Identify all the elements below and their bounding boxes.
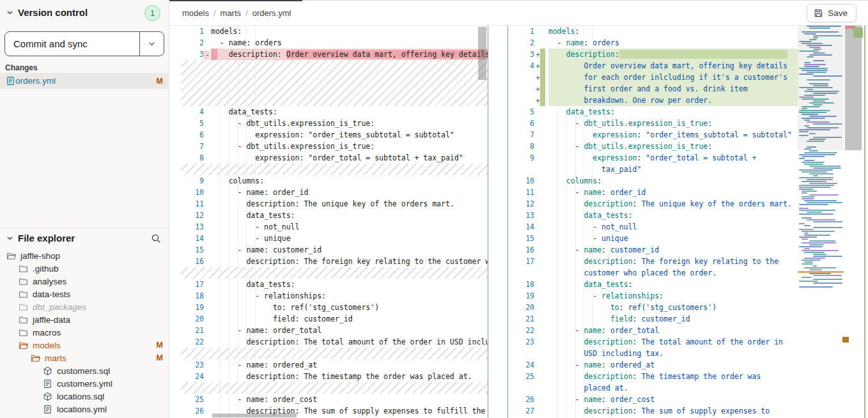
sidebar-item-models[interactable]: modelsM [0, 339, 169, 352]
file-explorer-header[interactable]: File explorer [6, 233, 75, 244]
sidebar-item-jaffle-data[interactable]: jaffle-data [0, 313, 169, 326]
commit-and-sync-button[interactable]: Commit and sync [4, 31, 164, 56]
code-line[interactable]: 23 - name: ordered_at [181, 359, 488, 371]
vertical-scrollbar-thumb[interactable] [478, 27, 486, 80]
code-line[interactable]: 9 expression: "order_total = subtotal + [511, 152, 799, 164]
code-line[interactable]: 5 - dbt_utils.expression_is_true: [181, 118, 488, 129]
code-text: placed at. [548, 382, 799, 394]
horizontal-scrollbar-thumb[interactable] [212, 414, 297, 417]
breadcrumb-item[interactable]: marts [221, 8, 242, 18]
code-line[interactable]: USD including tax. [511, 348, 799, 359]
code-line[interactable]: 15 - unique [511, 233, 799, 244]
sidebar-item-macros[interactable]: macros [0, 326, 169, 339]
code-line[interactable]: 1models: [181, 26, 488, 37]
sidebar-item-analyses[interactable]: analyses [0, 275, 169, 288]
code-line[interactable]: 20 to: ref('stg_customers') [511, 302, 799, 313]
code-line[interactable]: 16 description: The foreign key relating… [181, 256, 488, 267]
code-line[interactable]: 24 description: The timestamp the order … [181, 371, 488, 382]
diff-original-pane[interactable]: 1models:2 - name: orders3- description: … [181, 26, 488, 418]
sidebar-item-locations-sql[interactable]: locations.sql [0, 390, 169, 403]
code-line[interactable]: 18 data_tests: [511, 279, 799, 290]
code-line[interactable]: 5 data_tests: [511, 106, 799, 118]
breadcrumb-item[interactable]: orders.yml [252, 8, 291, 18]
minimap-viewport-shade [798, 26, 844, 150]
code-line[interactable]: + for each order inlcluding if it's a cu… [511, 72, 799, 83]
overview-ruler[interactable] [845, 26, 863, 418]
code-line[interactable]: 4 data_tests: [181, 106, 488, 118]
code-line[interactable]: 14 - not_null [511, 221, 799, 233]
code-line[interactable]: 7 - dbt_utils.expression_is_true: [181, 141, 488, 152]
sidebar-item-label: analyses [33, 277, 66, 286]
code-line[interactable]: 10 - name: order_id [181, 187, 488, 198]
code-line[interactable]: 2 - name: orders [511, 37, 799, 49]
code-line[interactable]: + breakdown. One row per order. [511, 95, 799, 106]
code-line[interactable]: 9 columns: [181, 175, 488, 187]
code-line[interactable]: 12 data_tests: [181, 210, 488, 221]
overview-scrollbar-thumb[interactable] [845, 26, 862, 150]
diff-change-marker [534, 304, 536, 313]
search-icon[interactable] [151, 233, 161, 244]
code-line[interactable]: 11 - name: order_id [511, 187, 799, 198]
code-text: - name: order_total [211, 325, 488, 336]
diff-split-sash[interactable] [488, 26, 508, 418]
commit-options-caret[interactable] [139, 32, 164, 56]
save-button[interactable]: Save [807, 4, 856, 22]
code-line[interactable]: placed at. [511, 382, 799, 394]
code-line[interactable]: 23 description: The total amount of the … [511, 336, 799, 348]
code-line[interactable]: 2 - name: orders [181, 37, 488, 49]
code-line[interactable]: 12 description: The unique key of the or… [511, 198, 799, 210]
sidebar-item-jaffle-shop[interactable]: jaffle-shop [0, 249, 169, 262]
code-line[interactable]: 8 expression: "order_total = subtotal + … [181, 152, 488, 164]
code-line[interactable]: 4+ Order overview data mart, offering ke… [511, 60, 799, 72]
code-line[interactable]: 15 - name: customer_id [181, 244, 488, 256]
code-text: - relationships: [548, 290, 799, 302]
code-line[interactable]: + first order and a food vs. drink item [511, 83, 799, 95]
code-line[interactable]: 19 - relationships: [511, 290, 799, 302]
sidebar-item-locations-yml[interactable]: locations.yml [0, 403, 169, 415]
code-line[interactable]: 3+ description: [511, 49, 799, 60]
code-line[interactable]: 1models: [511, 26, 799, 37]
code-line[interactable]: 19 to: ref('stg_customers') [181, 302, 488, 313]
code-line[interactable]: tax_paid" [511, 164, 799, 175]
code-line[interactable]: 26 - name: order_cost [511, 394, 799, 405]
code-line[interactable]: 22 - name: order_total [511, 325, 799, 336]
code-line[interactable]: 25 description: The timestamp the order … [511, 371, 799, 382]
code-line[interactable]: 21 field: customer_id [511, 313, 799, 325]
code-line[interactable]: 25 - name: order_cost [181, 394, 488, 405]
code-line[interactable]: 17 data_tests: [181, 279, 488, 290]
code-line[interactable]: 6 expression: "order_items_subtotal = su… [181, 129, 488, 141]
modified-badge: M [157, 341, 163, 350]
code-line[interactable]: 27 description: The sum of supply expens… [511, 405, 799, 417]
code-line[interactable]: 11 description: The unique key of the or… [181, 198, 488, 210]
code-line[interactable]: 13 - not_null [181, 221, 488, 233]
line-number: 13 [511, 210, 534, 221]
sidebar-item-customers-sql[interactable]: customers.sql [0, 364, 169, 377]
code-line[interactable]: 10 columns: [511, 175, 799, 187]
code-text: data_tests: [548, 279, 799, 290]
code-line[interactable]: 20 field: customer_id [181, 313, 488, 325]
version-control-header[interactable]: Version control [6, 7, 88, 18]
changed-file-row[interactable]: orders.yml M [0, 73, 169, 89]
diff-modified-pane[interactable]: 1models:2 - name: orders3+ description: … [511, 26, 799, 418]
code-line[interactable]: 7 expression: "order_items_subtotal = su… [511, 129, 799, 141]
sidebar-item-marts[interactable]: martsM [0, 352, 169, 364]
code-line[interactable]: 24 - name: ordered_at [511, 359, 799, 371]
code-line[interactable]: 13 data_tests: [511, 210, 799, 221]
sidebar-item-dbt-packages[interactable]: dbt_packages [0, 300, 169, 313]
code-line[interactable]: 18 - relationships: [181, 290, 488, 302]
code-line[interactable]: 6 - dbt_utils.expression_is_true: [511, 118, 799, 129]
sidebar-item--github[interactable]: .github [0, 262, 169, 275]
code-line[interactable]: 3- description: Order overview data mart… [181, 49, 488, 60]
code-line[interactable]: 22 description: The total amount of the … [181, 336, 488, 348]
code-line[interactable]: 16 - name: customer_id [511, 244, 799, 256]
code-line[interactable]: customer who placed the order. [511, 267, 799, 279]
code-line[interactable]: 8 - dbt_utils.expression_is_true: [511, 141, 799, 152]
sidebar-item-customers-yml[interactable]: customers.yml [0, 377, 169, 390]
code-line[interactable]: 14 - unique [181, 233, 488, 244]
sidebar-item-data-tests[interactable]: data-tests [0, 288, 169, 300]
breadcrumb-item[interactable]: models [182, 8, 209, 18]
chevron-down-icon [6, 9, 13, 16]
code-line[interactable]: 21 - name: order_total [181, 325, 488, 336]
code-line[interactable]: 17 description: The foreign key relating… [511, 256, 799, 267]
diff-change-marker [534, 235, 536, 244]
